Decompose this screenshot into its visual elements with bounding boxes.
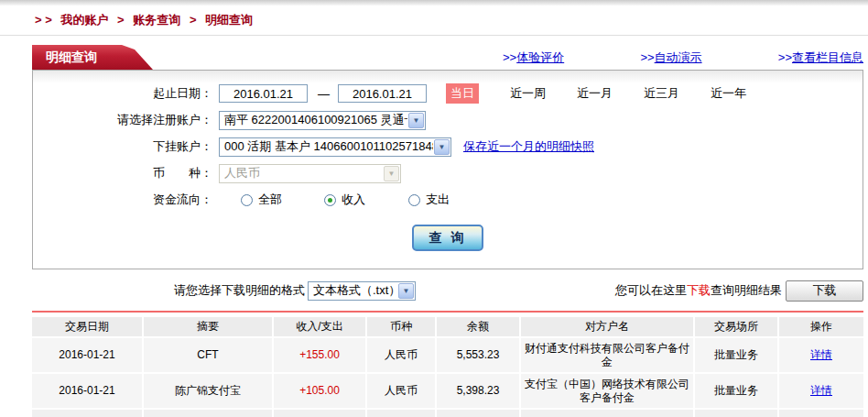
breadcrumb-separator: > (190, 13, 197, 27)
table-footer-cell (32, 410, 142, 417)
download-row: 请您选择下载明细的格式 文本格式（.txt） ▼ 您可以在这里下载查询明细结果 … (32, 279, 863, 302)
flow-radio-expense[interactable]: 支出 (408, 192, 450, 208)
download-hint-prefix: 您可以在这里 (615, 283, 687, 297)
download-hint: 您可以在这里下载查询明细结果 (615, 282, 782, 299)
cell-venue: 批量业务 (695, 374, 777, 408)
radio-checked-icon (324, 194, 336, 206)
currency-select-disabled: 人民币 ▼ (219, 164, 401, 183)
link-view-column-info[interactable]: >>查看栏目信息 (778, 49, 863, 66)
query-form: 起止日期： — 当日 近一周 近一月 近三月 近一年 请选择注册账户： 南平 6… (32, 70, 863, 269)
cell-currency: 人民币 (367, 374, 435, 408)
download-hint-link[interactable]: 下载 (687, 283, 711, 297)
cell-date: 2016-01-21 (32, 338, 142, 372)
chevron-down-icon: ▼ (398, 283, 414, 299)
register-account-value: 南平 6222001406100921065 灵通卡 (224, 112, 407, 128)
quick-range-week[interactable]: 近一周 (510, 85, 546, 102)
download-hint-suffix: 查询明细结果 (711, 283, 782, 297)
currency-row: 币 种： 人民币 ▼ (33, 162, 863, 184)
tab-detail-query[interactable]: 明细查询 (32, 45, 153, 70)
link-auto-demo[interactable]: >>自动演示 (640, 49, 701, 66)
link-experience-rating[interactable]: >>体验评价 (503, 49, 564, 66)
cell-currency: 人民币 (367, 338, 435, 372)
date-from-input[interactable] (219, 84, 308, 103)
red-divider (32, 311, 863, 313)
flow-radio-income[interactable]: 收入 (324, 192, 365, 208)
flow-direction-row: 资金流向： 全部 收入 支出 (33, 189, 863, 211)
breadcrumb-item-detail-query[interactable]: 明细查询 (205, 13, 253, 27)
table-footer-cell (437, 410, 519, 417)
detail-link[interactable]: 详情 (810, 348, 832, 362)
detail-query-page: > > 我的账户 > 账务查询 > 明细查询 明细查询 >>体验评价 >>自动演… (0, 0, 868, 417)
detail-link[interactable]: 详情 (810, 384, 832, 398)
flow-radio-all[interactable]: 全部 (241, 192, 282, 208)
col-header-venue: 交易场所 (695, 317, 777, 336)
tab-row: 明细查询 >>体验评价 >>自动演示 >>查看栏目信息 (32, 45, 863, 70)
quick-range-quarter[interactable]: 近三月 (644, 85, 679, 102)
breadcrumb-separator: > (117, 13, 125, 27)
radio-icon (408, 194, 420, 206)
sub-account-select[interactable]: 000 活期 基本户 1406600101102571848 ▼ (219, 137, 451, 157)
col-header-amount: 收入/支出 (274, 317, 365, 336)
register-account-select[interactable]: 南平 6222001406100921065 灵通卡 ▼ (219, 111, 426, 130)
save-snapshot-link[interactable]: 保存近一个月的明细快照 (463, 138, 594, 155)
currency-label: 币 种： (33, 165, 212, 181)
cell-summary: CFT (144, 338, 272, 372)
table-footer-cell (521, 410, 693, 417)
sub-account-value: 000 活期 基本户 1406600101102571848 (224, 138, 433, 155)
cell-balance: 5,398.23 (437, 374, 519, 408)
cell-amount: +155.00 (274, 338, 365, 372)
flow-radio-expense-label: 支出 (426, 192, 450, 208)
cell-venue: 批量业务 (695, 338, 777, 372)
date-dash: — (318, 87, 330, 101)
download-format-value: 文本格式（.txt） (313, 282, 397, 299)
cell-counterparty: 支付宝（中国）网络技术有限公司客户备付金 (521, 374, 693, 408)
date-range-row: 起止日期： — 当日 近一周 近一月 近三月 近一年 (33, 82, 863, 104)
breadcrumb-prefix: > > (35, 13, 52, 27)
chevron-down-icon: ▼ (434, 139, 450, 155)
col-header-currency: 币种 (367, 317, 435, 336)
register-account-label: 请选择注册账户： (33, 112, 212, 128)
link-prefix: >> (778, 50, 792, 64)
cell-date: 2016-01-21 (32, 374, 142, 408)
date-to-input[interactable] (338, 84, 427, 103)
cell-amount: +105.00 (274, 374, 365, 408)
register-account-row: 请选择注册账户： 南平 6222001406100921065 灵通卡 ▼ (33, 109, 863, 131)
table-footer-cell (274, 410, 365, 417)
flow-radio-income-label: 收入 (342, 192, 365, 208)
col-header-counterparty: 对方户名 (521, 317, 693, 336)
quick-range-today[interactable]: 当日 (446, 83, 479, 104)
breadcrumb: > > 我的账户 > 账务查询 > 明细查询 (0, 5, 868, 36)
download-button[interactable]: 下载 (786, 280, 863, 302)
query-button-row: 查 询 (33, 225, 863, 251)
link-prefix: >> (503, 50, 516, 64)
date-range-label: 起止日期： (33, 85, 212, 102)
quick-range-year[interactable]: 近一年 (711, 85, 746, 102)
radio-icon (241, 194, 253, 206)
table-footer-cell (695, 410, 777, 417)
col-header-action: 操作 (779, 317, 863, 336)
query-button[interactable]: 查 询 (412, 225, 483, 251)
transactions-table: 交易日期 摘要 收入/支出 币种 余额 对方户名 交易场所 操作 2016-01… (32, 317, 863, 417)
cell-counterparty: 财付通支付科技有限公司客户备付金 (521, 338, 693, 372)
flow-radio-all-label: 全部 (258, 192, 282, 208)
header-links: >>体验评价 >>自动演示 >>查看栏目信息 (503, 49, 863, 66)
table-footer-cell (367, 410, 435, 417)
col-header-balance: 余额 (437, 317, 519, 336)
currency-value: 人民币 (224, 165, 383, 181)
chevron-down-icon: ▼ (408, 113, 424, 128)
download-format-label: 请您选择下载明细的格式 (174, 282, 305, 299)
col-header-summary: 摘要 (144, 317, 272, 336)
col-header-date: 交易日期 (32, 317, 142, 336)
table-footer-cell (144, 410, 272, 417)
cell-summary: 陈广锦支付宝 (144, 374, 272, 408)
quick-range-month[interactable]: 近一月 (577, 85, 613, 102)
sub-account-label: 下挂账户： (33, 138, 212, 155)
table-footer-cell (779, 410, 863, 417)
cell-balance: 5,553.23 (437, 338, 519, 372)
link-prefix: >> (640, 50, 654, 64)
breadcrumb-item-my-account[interactable]: 我的账户 (60, 13, 108, 27)
flow-direction-label: 资金流向： (33, 192, 212, 208)
download-format-select[interactable]: 文本格式（.txt） ▼ (308, 281, 416, 301)
breadcrumb-item-account-query[interactable]: 账务查询 (133, 13, 180, 27)
sub-account-row: 下挂账户： 000 活期 基本户 1406600101102571848 ▼ 保… (33, 136, 863, 158)
